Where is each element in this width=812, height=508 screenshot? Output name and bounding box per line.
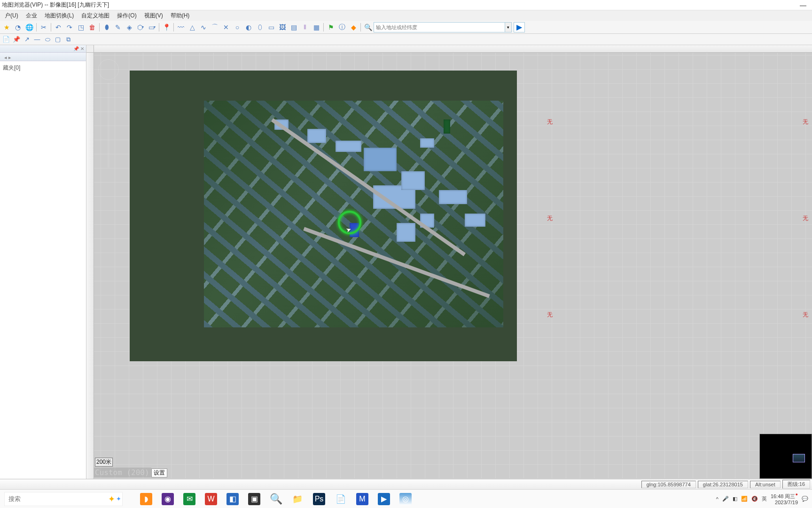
undo-icon[interactable]: ↶ [53, 22, 64, 33]
menu-help[interactable]: 帮助(H) [167, 10, 194, 21]
titlebar: 地图浏览器(VIP) -- 影像图[16] [九幽行天下] — [0, 0, 812, 10]
map-canvas[interactable]: ➤ 无 无 无 无 无 无 200米 Custom (200) 设置 [86, 45, 812, 479]
sidebar-tabbar: ◀ ▶ [0, 53, 86, 61]
search-dropdown[interactable]: ▾ [505, 22, 512, 32]
no-tile-label: 无 [803, 214, 808, 222]
menu-view[interactable]: 视图(V) [141, 10, 167, 21]
search-go-button[interactable]: ▶ [514, 22, 525, 32]
marker-icon[interactable]: ⬮ [101, 22, 112, 33]
line-icon[interactable]: — [32, 35, 42, 44]
no-tile-label: 无 [547, 311, 553, 319]
tray-volume-icon[interactable]: 🔇 [751, 496, 758, 502]
app-blender-icon[interactable]: ◗ [140, 493, 152, 505]
settings-button[interactable]: 设置 [151, 468, 167, 477]
app-wps-icon[interactable]: W [205, 493, 217, 505]
no-tile-label: 无 [547, 214, 553, 222]
menu-enterprise[interactable]: 企业 [22, 10, 41, 21]
taskbar-clock[interactable]: 16:48 周三● 2023/7/19 [771, 492, 798, 506]
zoom-slider[interactable] [108, 83, 109, 167]
menubar: 户(U) 企业 地图切换(L) 自定义地图 操作(O) 视图(V) 帮助(H) [0, 10, 812, 21]
crop-icon[interactable]: ✂ [38, 22, 49, 33]
menu-operate[interactable]: 操作(O) [113, 10, 140, 21]
overview-map[interactable] [759, 434, 812, 479]
workspace: 📌 ✕ ◀ ▶ 藏夹[0] [0, 45, 812, 479]
pin-panel-icon[interactable]: 📌 [73, 46, 79, 51]
sidebar-tab-favorites[interactable]: ◀ ▶ [0, 54, 15, 60]
streetview-icon[interactable]: ◔ [12, 22, 23, 33]
document-icon[interactable]: ▤ [288, 22, 299, 33]
tray-battery-icon[interactable]: ◧ [733, 496, 737, 502]
grid-icon[interactable]: ▦ [311, 22, 322, 33]
status-alt: Alt:unset [750, 481, 781, 488]
app-search-icon[interactable]: 🔍 [270, 493, 282, 505]
app-terminal-icon[interactable]: ▣ [248, 493, 260, 505]
tray-expand-icon[interactable]: ^ [716, 496, 718, 502]
file-icon[interactable]: 📄 [1, 35, 11, 44]
app-photoshop-icon[interactable]: Ps [313, 493, 325, 505]
info-icon[interactable]: ⓘ [336, 22, 348, 33]
taskbar-search-input[interactable] [5, 492, 122, 506]
edit-icon[interactable]: ✎ [112, 22, 124, 33]
layer-icon[interactable]: ◆ [348, 22, 359, 33]
menu-custom-map[interactable]: 自定义地图 [78, 10, 113, 21]
app-explorer-icon[interactable]: 📁 [291, 493, 304, 505]
arc-icon[interactable]: ⌒ [209, 22, 220, 33]
arrow-icon[interactable]: ↗ [22, 35, 32, 44]
barcode-icon[interactable]: ⦀ [299, 22, 311, 33]
sidebar-tree[interactable]: 藏夹[0] [0, 61, 86, 479]
compass-control[interactable] [98, 59, 119, 80]
earth3d-icon[interactable]: 🌐 [23, 22, 35, 33]
box-icon[interactable]: ▢ [53, 35, 63, 44]
shape-menu-icon[interactable]: ⬡▾ [135, 22, 146, 33]
close-panel-icon[interactable]: ✕ [80, 46, 84, 51]
tray-notification-icon[interactable]: 💬 [802, 496, 808, 502]
menu-user[interactable]: 户(U) [1, 10, 22, 21]
redo-icon[interactable]: ↷ [64, 22, 75, 33]
flag-icon[interactable]: ⚑ [325, 22, 336, 33]
app-wechat-icon[interactable]: ✉ [183, 493, 195, 505]
freeline-icon[interactable]: ∿ [198, 22, 209, 33]
circle2-icon[interactable]: ◐ [243, 22, 254, 33]
rect-menu-icon[interactable]: ▭▾ [146, 22, 157, 33]
cross-icon[interactable]: ✕ [220, 22, 232, 33]
app-m-icon[interactable]: M [356, 493, 368, 505]
app-notes-icon[interactable]: 📄 [335, 493, 347, 505]
circle-icon[interactable]: ○ [232, 22, 243, 33]
status-lng: glng:105.85998774 [641, 481, 696, 488]
tray-ime-label[interactable]: 英 [762, 495, 767, 502]
sidebar-folder-label: 藏夹[0] [3, 64, 20, 71]
tray-wifi-icon[interactable]: 📶 [741, 496, 748, 502]
polyline-icon[interactable]: 〰 [175, 22, 187, 33]
ellipse-icon[interactable]: ⬯ [254, 22, 265, 33]
statusbar: glng:105.85998774 glat:26.23128015 Alt:u… [0, 479, 812, 489]
nav-icon[interactable]: ◳ [75, 22, 86, 33]
app-purple-icon[interactable]: ◉ [162, 493, 174, 505]
oval-icon[interactable]: ⬭ [42, 35, 53, 44]
scale-label: 200米 [95, 458, 113, 467]
system-tray: ^ 🎤 ◧ 📶 🔇 英 16:48 周三● 2023/7/19 💬 [716, 492, 812, 506]
boxes-icon[interactable]: ⧉ [63, 35, 73, 44]
minimize-button[interactable]: — [796, 1, 810, 9]
polygon-icon[interactable]: △ [187, 22, 198, 33]
delete-icon[interactable]: 🗑 [86, 22, 98, 33]
image-icon[interactable]: 🖼 [277, 22, 288, 33]
search-tool-icon[interactable]: 🔍 [362, 22, 374, 33]
status-lat: glat:26.23128015 [698, 481, 748, 488]
menu-map-switch[interactable]: 地图切换(L) [41, 10, 78, 21]
ruler-corner [86, 45, 94, 53]
address-search-input[interactable] [374, 22, 505, 32]
app-sketchup-icon[interactable]: ◧ [226, 493, 239, 505]
rect-shape-icon[interactable]: ▭ [265, 22, 277, 33]
copilot-icon[interactable]: ✦✦ [108, 494, 121, 504]
no-tile-label: 无 [803, 118, 808, 126]
status-level: 图级:16 [782, 480, 810, 489]
tray-mic-icon[interactable]: 🎤 [722, 496, 729, 502]
pushpin-icon[interactable]: 📌 [11, 35, 22, 44]
zoom-custom-label: Custom (200) [93, 468, 151, 477]
pin-icon[interactable]: 📍 [161, 22, 172, 33]
ruler-horizontal [94, 45, 812, 53]
tag-icon[interactable]: ◈ [124, 22, 135, 33]
favorite-icon[interactable]: ★ [1, 22, 12, 33]
app-video-icon[interactable]: ▶ [378, 493, 390, 505]
app-browser-icon[interactable]: ◎ [399, 493, 412, 505]
